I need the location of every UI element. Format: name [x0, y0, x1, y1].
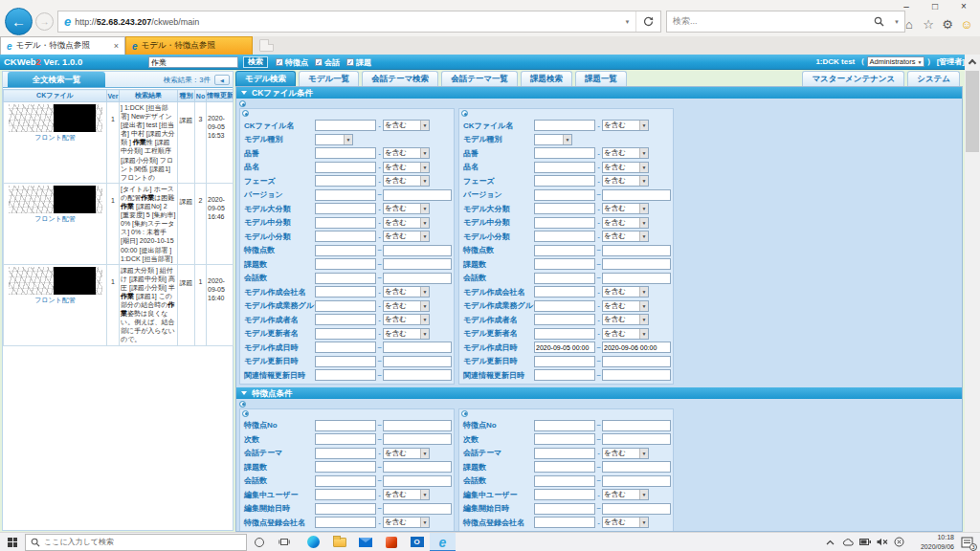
field-input[interactable]: [534, 245, 595, 256]
filter-checkbox-会話[interactable]: ✓会話: [315, 57, 340, 68]
tab-close-icon[interactable]: ×: [114, 41, 119, 51]
field-input[interactable]: [602, 273, 671, 284]
operator-select[interactable]: を含む▼: [602, 314, 649, 325]
field-input[interactable]: [383, 342, 452, 353]
section-header[interactable]: CKファイル条件: [236, 87, 962, 99]
field-input[interactable]: [534, 448, 595, 459]
operator-select[interactable]: を含む▼: [383, 231, 430, 242]
field-input[interactable]: [534, 356, 595, 367]
field-input[interactable]: [602, 258, 671, 270]
column-header[interactable]: No: [195, 90, 207, 102]
operator-select[interactable]: を含む▼: [602, 175, 649, 187]
operator-select[interactable]: を含む▼: [602, 300, 649, 312]
page-scrollbar[interactable]: [965, 55, 980, 532]
field-input[interactable]: [534, 300, 595, 312]
close-button[interactable]: ×: [949, 0, 978, 14]
field-input[interactable]: [383, 475, 452, 487]
operator-select[interactable]: を含む▼: [383, 162, 430, 173]
field-input[interactable]: [315, 217, 376, 229]
operator-select[interactable]: を含む▼: [383, 147, 430, 159]
model-type-select[interactable]: ▼: [315, 134, 353, 145]
scroll-up-button[interactable]: [965, 55, 980, 70]
taskbar-app-ie[interactable]: e: [430, 533, 456, 551]
home-button[interactable]: ⌂: [901, 15, 918, 33]
field-input[interactable]: [602, 433, 671, 445]
field-input[interactable]: [534, 475, 595, 487]
operator-select[interactable]: を含む▼: [383, 203, 430, 214]
field-input[interactable]: [534, 503, 595, 515]
browser-back-button[interactable]: ←: [5, 8, 33, 35]
field-input[interactable]: [602, 356, 671, 367]
field-input[interactable]: [315, 342, 376, 353]
field-input[interactable]: [383, 273, 452, 284]
field-input[interactable]: [315, 461, 376, 473]
field-input[interactable]: [315, 433, 376, 445]
column-header[interactable]: CKファイル: [4, 90, 107, 102]
checkbox-checked-icon[interactable]: ✓: [276, 58, 283, 66]
add-condition-button[interactable]: [242, 110, 249, 117]
column-header[interactable]: 情報更新日時: [207, 90, 234, 102]
tab-モデル検索[interactable]: モデル検索: [235, 71, 296, 86]
header-search-input[interactable]: [148, 56, 238, 68]
field-input[interactable]: [534, 120, 595, 131]
field-input[interactable]: [383, 356, 452, 367]
button-システム[interactable]: システム: [907, 71, 960, 86]
field-input[interactable]: [534, 231, 595, 242]
field-input[interactable]: [315, 475, 376, 487]
field-input[interactable]: [602, 189, 671, 201]
scrollbar-thumb[interactable]: [966, 71, 979, 152]
tray-expand-button[interactable]: [824, 536, 836, 549]
operator-select[interactable]: を含む▼: [383, 175, 430, 187]
field-input[interactable]: [315, 328, 376, 340]
field-input[interactable]: [315, 503, 376, 515]
operator-select[interactable]: を含む▼: [383, 120, 430, 131]
table-row[interactable]: フロント配管1課題大分類 ] 組付け [課題中分類] 高圧 [課題小分類] 半作…: [4, 264, 234, 345]
operator-select[interactable]: を含む▼: [602, 328, 649, 340]
taskbar-app-mail[interactable]: [352, 533, 378, 551]
field-input[interactable]: [383, 433, 452, 445]
field-input[interactable]: [315, 489, 376, 500]
field-input[interactable]: [315, 203, 376, 214]
field-input[interactable]: [315, 147, 376, 159]
browser-tab[interactable]: eモデル・特徴点参照: [125, 36, 253, 55]
operator-select[interactable]: を含む▼: [383, 448, 430, 459]
url-dropdown-icon[interactable]: ▼: [619, 19, 635, 25]
notification-center-button[interactable]: 3: [959, 536, 975, 549]
field-input[interactable]: [315, 356, 376, 367]
field-input[interactable]: [534, 314, 595, 325]
tab-課題一覧[interactable]: 課題一覧: [575, 71, 627, 86]
operator-select[interactable]: を含む▼: [602, 147, 649, 159]
field-input[interactable]: [534, 189, 595, 201]
field-input[interactable]: [315, 273, 376, 284]
field-input[interactable]: [534, 203, 595, 214]
field-input[interactable]: [315, 517, 376, 528]
clock[interactable]: 10:18 2020/09/06: [910, 533, 954, 551]
operator-select[interactable]: を含む▼: [602, 217, 649, 229]
refresh-button[interactable]: [635, 11, 660, 32]
field-input[interactable]: [315, 314, 376, 325]
field-input[interactable]: [534, 217, 595, 229]
column-header[interactable]: Ver: [107, 90, 120, 102]
field-input[interactable]: [383, 189, 452, 201]
column-header[interactable]: 種別: [178, 90, 195, 102]
section-collapse-icon[interactable]: [241, 91, 247, 95]
add-condition-button[interactable]: [461, 110, 468, 117]
header-search-button[interactable]: 検索: [243, 56, 268, 68]
field-input[interactable]: [315, 258, 376, 270]
field-input[interactable]: [534, 328, 595, 340]
role-select[interactable]: Administrators▼: [867, 56, 925, 67]
section-collapse-icon[interactable]: [241, 391, 247, 395]
operator-select[interactable]: を含む▼: [602, 286, 649, 298]
browser-forward-button[interactable]: →: [35, 12, 54, 31]
onedrive-icon[interactable]: [841, 536, 854, 549]
operator-select[interactable]: を含む▼: [383, 314, 430, 325]
ease-of-access-icon[interactable]: [893, 536, 905, 549]
field-input[interactable]: [534, 175, 595, 187]
field-input[interactable]: [383, 245, 452, 256]
url-bar[interactable]: e http://52.68.243.207/ckweb/main ▼: [57, 11, 661, 33]
field-input[interactable]: [534, 420, 595, 431]
field-input[interactable]: [383, 369, 452, 381]
field-input[interactable]: [602, 342, 671, 353]
field-input[interactable]: [315, 189, 376, 201]
add-condition-button[interactable]: [461, 410, 468, 417]
